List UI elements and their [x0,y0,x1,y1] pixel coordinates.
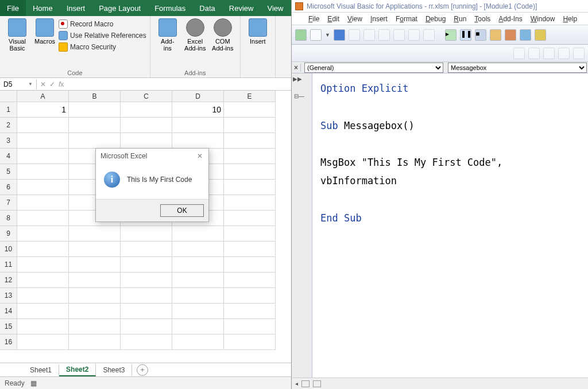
spreadsheet-grid[interactable]: A B C D E 11102345678910111213141516 [0,91,291,363]
cell[interactable] [224,133,276,149]
cell[interactable] [17,149,69,164]
row-ball[interactable]: 11 [0,257,17,273]
cell[interactable] [69,257,121,273]
cell[interactable] [224,257,276,273]
col-header[interactable]: B [69,91,121,102]
addins-button[interactable]: Add- ins [154,17,181,68]
row-ball[interactable]: 14 [0,304,17,319]
gutter-collapse-icon[interactable]: ⊟— [294,93,304,99]
tab-insert[interactable]: Insert [60,0,92,16]
row-ball[interactable]: 13 [0,288,17,304]
cell[interactable] [17,242,69,257]
cell[interactable] [224,288,276,304]
formula-input[interactable] [67,79,291,90]
cell[interactable] [121,288,172,304]
macros-button[interactable]: Macros [31,17,59,68]
cell[interactable] [17,195,69,211]
cell[interactable] [69,273,121,288]
menu-tools[interactable]: Tools [471,14,493,24]
add-sheet-button[interactable]: ＋ [137,364,148,376]
row-ball[interactable]: 10 [0,242,17,257]
row-ball[interactable]: 9 [0,226,17,242]
prev-bookmark-icon[interactable] [543,48,555,59]
col-header[interactable]: E [224,91,276,102]
copy-icon[interactable] [363,29,375,41]
cell[interactable] [224,149,276,164]
cell[interactable] [121,226,172,242]
dropdown-icon[interactable]: ▼ [325,32,330,38]
cell[interactable] [224,164,276,180]
toggle-bookmark-icon[interactable] [513,48,525,59]
run-icon[interactable]: ▸ [445,29,457,41]
visual-basic-button[interactable]: Visual Basic [3,17,31,68]
tab-file[interactable]: File [0,0,26,16]
cell[interactable] [121,319,172,334]
row-ball[interactable]: 3 [0,133,17,149]
cell[interactable] [69,118,121,133]
excel-addins-button[interactable]: Excel Add-ins [181,17,209,68]
cell[interactable] [224,273,276,288]
cell[interactable] [17,180,69,195]
macro-record-status-icon[interactable]: ▦ [30,379,37,387]
cell[interactable] [224,211,276,226]
cell[interactable] [172,226,224,242]
cell[interactable] [172,257,224,273]
cell[interactable] [17,133,69,149]
code-editor[interactable]: Option Explicit Sub Messagebox() MsgBox … [312,73,588,378]
row-ball[interactable]: 6 [0,180,17,195]
cell[interactable] [17,164,69,180]
indent-icon[interactable] [573,48,585,59]
tab-home[interactable]: Home [26,0,60,16]
cell[interactable] [224,118,276,133]
cell[interactable] [121,102,172,118]
tab-page-layout[interactable]: Page Layout [92,0,148,16]
macro-security-button[interactable]: Macro Security [59,42,146,52]
cell[interactable] [172,242,224,257]
clear-bookmark-icon[interactable] [558,48,570,59]
cell[interactable] [172,288,224,304]
close-module-icon[interactable]: × [292,64,301,72]
cell[interactable] [172,133,224,149]
menu-window[interactable]: Window [528,14,558,24]
menu-insert[interactable]: Insert [368,14,390,24]
cell[interactable] [69,242,121,257]
cell[interactable] [69,226,121,242]
redo-icon[interactable] [423,29,435,41]
row-ball[interactable]: 8 [0,211,17,226]
cell[interactable] [224,195,276,211]
find-icon[interactable] [393,29,405,41]
sheet-tab[interactable]: Sheet3 [96,364,132,376]
cell[interactable] [17,288,69,304]
row-ball[interactable]: 12 [0,273,17,288]
cell[interactable] [69,304,121,319]
save-icon[interactable] [334,29,345,41]
cell[interactable] [121,118,172,133]
row-ball[interactable]: 2 [0,118,17,133]
cell[interactable] [69,102,121,118]
cell[interactable] [69,319,121,334]
cell[interactable] [17,211,69,226]
cell[interactable] [17,334,69,350]
cell[interactable] [121,273,172,288]
tab-review[interactable]: Review [222,0,261,16]
insert-controls-button[interactable]: Insert [244,17,272,68]
object-browser-icon[interactable] [535,29,546,41]
cell[interactable] [172,319,224,334]
row-ball[interactable]: 15 [0,319,17,334]
close-icon[interactable]: ✕ [196,152,204,160]
cell[interactable] [17,226,69,242]
record-macro-button[interactable]: Record Macro [59,20,146,29]
row-ball[interactable]: 4 [0,149,17,164]
design-mode-icon[interactable] [490,29,501,41]
gutter-arrows-icon[interactable]: ▶▶ [293,76,302,82]
cell[interactable] [172,118,224,133]
enter-icon[interactable]: ✓ [49,80,55,88]
col-header[interactable]: C [121,91,172,102]
cell[interactable] [17,319,69,334]
cell[interactable] [17,304,69,319]
reset-icon[interactable]: ■ [475,29,486,41]
cell[interactable] [224,102,276,118]
cancel-icon[interactable]: ✕ [40,80,46,88]
menu-debug[interactable]: Debug [423,14,448,24]
object-dropdown[interactable]: (General) [304,63,443,73]
